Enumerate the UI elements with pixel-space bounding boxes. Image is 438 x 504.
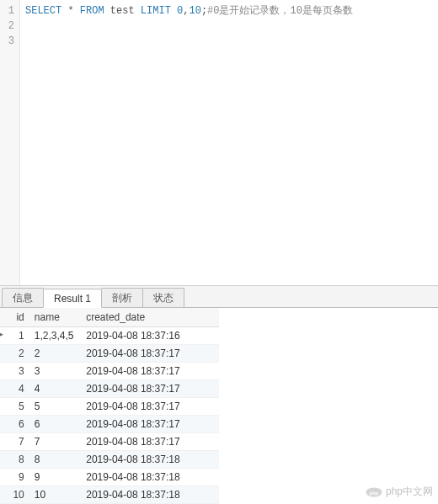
line-number: 2 — [0, 19, 19, 34]
line-number: 3 — [0, 34, 19, 49]
cell-created-date[interactable]: 2019-04-08 18:37:17 — [81, 363, 219, 380]
cell-name[interactable]: 8 — [29, 451, 81, 469]
table-header-row: id name created_date — [0, 308, 219, 327]
cell-id[interactable]: 10 — [0, 486, 29, 504]
line-number: 1 — [0, 3, 19, 19]
column-header-id[interactable]: id — [0, 308, 29, 327]
cell-name[interactable]: 4 — [29, 380, 81, 398]
tab-profile[interactable]: 剖析 — [101, 288, 143, 307]
table-row[interactable]: 10102019-04-08 18:37:18 — [0, 486, 219, 504]
sql-table: test — [110, 5, 135, 17]
cell-id[interactable]: ▶1 — [0, 327, 29, 345]
cell-name[interactable]: 1,2,3,4,5 — [29, 327, 81, 345]
cell-created-date[interactable]: 2019-04-08 18:37:18 — [81, 486, 219, 504]
results-panel: id name created_date ▶11,2,3,4,52019-04-… — [0, 308, 438, 504]
cell-created-date[interactable]: 2019-04-08 18:37:18 — [81, 469, 219, 486]
cell-created-date[interactable]: 2019-04-08 18:37:18 — [81, 451, 219, 469]
cell-id[interactable]: 6 — [0, 416, 29, 433]
sql-editor[interactable]: 1 2 3 SELECT * FROM test LIMIT 0,10;#0是开… — [0, 0, 438, 286]
cell-id[interactable]: 5 — [0, 398, 29, 416]
table-row[interactable]: 772019-04-08 18:37:17 — [0, 433, 219, 451]
column-header-name[interactable]: name — [29, 308, 81, 327]
sql-keyword: SELECT — [25, 5, 61, 17]
results-tabs: 信息 Result 1 剖析 状态 — [0, 286, 438, 308]
cell-id[interactable]: 4 — [0, 380, 29, 398]
cell-name[interactable]: 10 — [29, 486, 81, 504]
table-row[interactable]: 442019-04-08 18:37:17 — [0, 380, 219, 398]
table-row[interactable]: 332019-04-08 18:37:17 — [0, 363, 219, 380]
sql-semicolon: ; — [201, 5, 207, 17]
cell-created-date[interactable]: 2019-04-08 18:37:17 — [81, 416, 219, 433]
sql-star: * — [67, 5, 73, 17]
cell-id[interactable]: 8 — [0, 451, 29, 469]
watermark: php php中文网 — [366, 485, 433, 499]
tab-result-1[interactable]: Result 1 — [43, 289, 102, 308]
cell-created-date[interactable]: 2019-04-08 18:37:16 — [81, 327, 219, 345]
cell-created-date[interactable]: 2019-04-08 18:37:17 — [81, 398, 219, 416]
cell-created-date[interactable]: 2019-04-08 18:37:17 — [81, 345, 219, 363]
sql-comment: #0是开始记录数，10是每页条数 — [207, 5, 353, 17]
php-logo-icon: php — [366, 487, 382, 497]
table-row[interactable]: 992019-04-08 18:37:18 — [0, 469, 219, 486]
table-row[interactable]: 552019-04-08 18:37:17 — [0, 398, 219, 416]
table-row[interactable]: 882019-04-08 18:37:18 — [0, 451, 219, 469]
tab-info[interactable]: 信息 — [2, 288, 44, 307]
table-row[interactable]: ▶11,2,3,4,52019-04-08 18:37:16 — [0, 327, 219, 345]
sql-keyword: FROM — [80, 5, 104, 17]
cell-name[interactable]: 3 — [29, 363, 81, 380]
cell-name[interactable]: 9 — [29, 469, 81, 486]
svg-text:php: php — [369, 490, 378, 495]
editor-gutter: 1 2 3 — [0, 0, 20, 285]
cell-name[interactable]: 2 — [29, 345, 81, 363]
cell-id[interactable]: 2 — [0, 345, 29, 363]
cell-id[interactable]: 7 — [0, 433, 29, 451]
sql-keyword: LIMIT — [141, 5, 171, 17]
cell-name[interactable]: 7 — [29, 433, 81, 451]
cell-name[interactable]: 6 — [29, 416, 81, 433]
cell-id[interactable]: 9 — [0, 469, 29, 486]
cell-id[interactable]: 3 — [0, 363, 29, 380]
table-row[interactable]: 222019-04-08 18:37:17 — [0, 345, 219, 363]
cell-created-date[interactable]: 2019-04-08 18:37:17 — [81, 380, 219, 398]
cell-created-date[interactable]: 2019-04-08 18:37:17 — [81, 433, 219, 451]
results-table[interactable]: id name created_date ▶11,2,3,4,52019-04-… — [0, 308, 219, 504]
watermark-text: php中文网 — [386, 485, 433, 499]
column-header-created-date[interactable]: created_date — [81, 308, 219, 327]
cell-name[interactable]: 5 — [29, 398, 81, 416]
tab-status[interactable]: 状态 — [142, 288, 184, 307]
row-selected-icon: ▶ — [0, 330, 3, 338]
editor-content[interactable]: SELECT * FROM test LIMIT 0,10;#0是开始记录数，1… — [20, 0, 438, 285]
sql-number: 10 — [189, 5, 200, 17]
table-row[interactable]: 662019-04-08 18:37:17 — [0, 416, 219, 433]
